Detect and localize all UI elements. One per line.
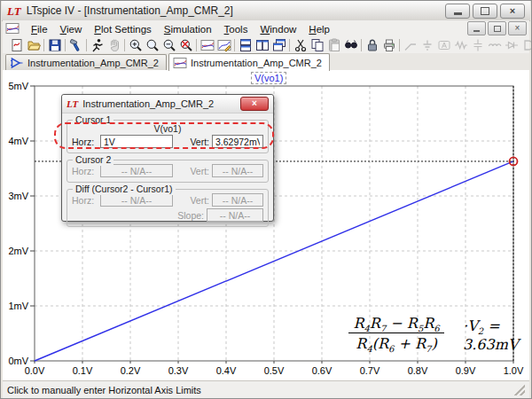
diff-vert-label: Vert: <box>185 195 209 206</box>
control-panel-button[interactable] <box>67 37 84 52</box>
find-button[interactable] <box>342 37 359 52</box>
y-tick-label[interactable]: 3mV <box>8 191 28 201</box>
trace-label-vo1[interactable]: V(vo1) <box>251 72 286 84</box>
x-tick-label[interactable]: 0.6V <box>312 365 332 376</box>
x-tick-label[interactable]: 0.0V <box>25 365 45 376</box>
print-button[interactable] <box>380 37 397 52</box>
y-tick-label[interactable]: 5mV <box>8 81 28 91</box>
formula-denominator: R4(R6 + R7) <box>356 334 436 352</box>
menu-file[interactable]: File <box>25 23 54 35</box>
copy-button[interactable] <box>309 37 325 52</box>
zoom-out-button[interactable] <box>160 37 177 52</box>
cursor2-legend: Cursor 2 <box>73 154 113 166</box>
run-button[interactable] <box>89 37 106 52</box>
menu-help[interactable]: Help <box>302 23 336 35</box>
cursor-dialog-title-bar: LT Instrumentation_Amp_CMR_2 × <box>62 95 273 113</box>
x-tick-label[interactable]: 0.2V <box>121 365 141 376</box>
tile-vertical-icon <box>239 38 253 52</box>
tab-waveform[interactable]: Instrumentation_Amp_CMR_2 <box>168 53 330 71</box>
menu-window[interactable]: Window <box>254 23 302 35</box>
plot-settings-button[interactable] <box>215 37 232 52</box>
restore-icon <box>481 7 489 15</box>
diff-vert-input <box>212 193 263 207</box>
restore-icon <box>494 26 501 32</box>
window-controls: × <box>445 4 525 19</box>
formula-numerator: R4R7 − R5R6 <box>348 315 443 333</box>
cut-icon <box>293 38 308 52</box>
autorange-button[interactable] <box>199 37 215 52</box>
capacitor-icon <box>471 38 485 52</box>
diff-horz-input <box>100 193 173 207</box>
x-tick-label[interactable]: 0.7V <box>360 365 380 376</box>
x-tick-label[interactable]: 0.9V <box>456 365 476 376</box>
menu-bar: FileViewPlot SettingsSimulationToolsWind… <box>3 20 529 37</box>
menu-simulation[interactable]: Simulation <box>158 23 218 35</box>
tab-label: Instrumentation_Amp_CMR_2 <box>191 58 322 68</box>
tile-horizontal-button[interactable] <box>254 37 270 52</box>
x-tick-label[interactable]: 0.4V <box>216 365 237 376</box>
tab-bar: Instrumentation_Amp_CMR_2Instrumentation… <box>3 53 529 71</box>
x-tick-label[interactable]: 0.3V <box>168 365 189 376</box>
diff-horz-label: Horz: <box>72 195 98 206</box>
ground-button <box>419 37 435 52</box>
autorange-icon <box>200 38 215 52</box>
component-button <box>520 37 532 52</box>
toolbar-separator <box>43 39 44 51</box>
lock-icon <box>365 38 379 52</box>
menu-plot-settings[interactable]: Plot Settings <box>88 23 158 35</box>
waveform-viewer: 0.0V0.1V0.2V0.3V0.4V0.5V0.6V0.7V0.8V0.9V… <box>3 70 529 380</box>
cascade-button[interactable] <box>270 37 287 52</box>
toolbar-separator <box>124 39 125 51</box>
close-button[interactable]: × <box>500 4 525 19</box>
net-label-icon <box>437 38 451 52</box>
cascade-icon <box>272 38 286 52</box>
zoom-in-button[interactable] <box>127 37 144 52</box>
wire-icon <box>403 38 418 52</box>
y-tick-label[interactable]: 0mV <box>8 356 28 366</box>
menu-view[interactable]: View <box>54 23 89 35</box>
child-close-button[interactable]: × <box>508 21 527 35</box>
x-tick-label[interactable]: 0.5V <box>264 365 285 376</box>
save-button[interactable] <box>46 37 63 52</box>
x-tick-label[interactable]: 0.8V <box>408 365 428 376</box>
open-folder-button[interactable] <box>25 37 42 52</box>
schematic-icon <box>10 56 24 70</box>
formula-result: ·V2 = 3.63mV <box>463 317 529 353</box>
tab-label: Instrumentation_Amp_CMR_2 <box>27 58 159 68</box>
toolbar-separator <box>234 39 235 51</box>
y-tick-label[interactable]: 1mV <box>8 301 28 311</box>
status-text: Click to manually enter Horizontal Axis … <box>7 385 201 395</box>
diff-slope-input <box>207 208 263 222</box>
ltspice-logo-icon: LT <box>7 5 21 17</box>
y-tick-label[interactable]: 2mV <box>8 246 28 256</box>
menu-tools[interactable]: Tools <box>218 23 254 35</box>
close-icon: × <box>510 6 515 16</box>
restore-button[interactable] <box>473 4 497 19</box>
child-restore-button[interactable] <box>488 21 506 35</box>
tile-vertical-button[interactable] <box>237 37 254 52</box>
lock-button[interactable] <box>364 37 380 52</box>
child-minimize-button[interactable] <box>467 21 486 35</box>
tab-schematic[interactable]: Instrumentation_Amp_CMR_2 <box>5 54 167 70</box>
new-file-button[interactable] <box>8 37 25 52</box>
zoom-full-button[interactable] <box>177 37 194 52</box>
minimize-icon <box>473 30 480 32</box>
print-icon <box>382 38 396 52</box>
x-tick-label[interactable]: 1.0V <box>504 365 524 376</box>
resistor-icon <box>454 38 468 52</box>
zoom-in-icon <box>129 38 143 52</box>
cut-button[interactable] <box>292 37 309 52</box>
resize-grip[interactable] <box>514 385 525 395</box>
menu-items: FileViewPlot SettingsSimulationToolsWind… <box>25 20 336 36</box>
formula-fraction: R4R7 − R5R6 R4(R6 + R7) <box>334 315 458 355</box>
y-tick-label[interactable]: 4mV <box>8 136 28 146</box>
x-tick-label[interactable]: 0.1V <box>73 365 93 376</box>
window-title: LTspice IV - [Instrumentation_Amp_CMR_2] <box>27 4 233 17</box>
minimize-button[interactable] <box>445 4 470 19</box>
paste-button <box>325 37 342 52</box>
zoom-extents-button[interactable] <box>144 37 160 52</box>
cursor-dialog-close-button[interactable]: × <box>240 97 269 111</box>
component-icon <box>521 38 532 52</box>
cursor2-group: Cursor 2 Horz: Vert: <box>66 160 269 183</box>
child-window-icon[interactable] <box>5 22 21 35</box>
